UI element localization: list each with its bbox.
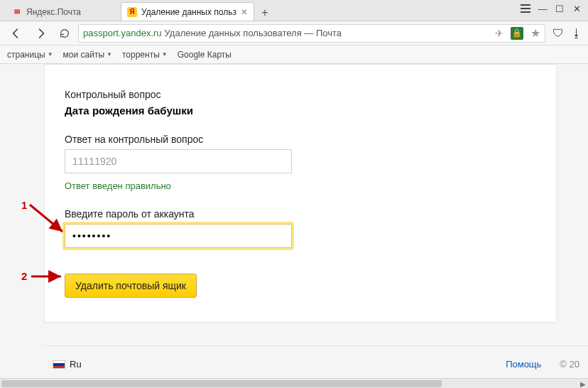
scroll-right-icon[interactable]: ▶ bbox=[578, 379, 588, 388]
minimize-button[interactable]: — bbox=[535, 1, 550, 16]
arrow-left-icon bbox=[10, 27, 23, 40]
annotation-number: 2 bbox=[21, 270, 27, 282]
bookmark-mysites[interactable]: мои сайты▼ bbox=[63, 50, 112, 60]
security-answer-input[interactable] bbox=[65, 149, 292, 173]
answer-correct-message: Ответ введен правильно bbox=[65, 180, 536, 191]
yandex-icon: Я bbox=[127, 7, 137, 17]
password-field-label: Введите пароль от аккаунта bbox=[65, 208, 536, 220]
help-link[interactable]: Помощь bbox=[506, 359, 541, 370]
download-icon[interactable]: ⭳ bbox=[571, 27, 582, 40]
send-icon[interactable]: ✈ bbox=[495, 28, 503, 39]
browser-tabstrip: ✉ Яндекс.Почта Я Удаление данных польз ✕… bbox=[0, 0, 588, 21]
chevron-down-icon: ▼ bbox=[48, 51, 53, 58]
browser-tab-2[interactable]: Я Удаление данных польз ✕ bbox=[121, 2, 254, 21]
back-button[interactable] bbox=[6, 24, 27, 43]
horizontal-scrollbar[interactable]: ▶ bbox=[0, 378, 588, 388]
window-controls: — ☐ ✕ bbox=[518, 1, 584, 16]
copyright-text: © 20 bbox=[560, 359, 579, 370]
browser-tab-1[interactable]: ✉ Яндекс.Почта bbox=[6, 2, 119, 21]
envelope-icon: ✉ bbox=[12, 7, 22, 17]
reload-icon bbox=[59, 28, 70, 39]
url-host: passport.yandex.ru bbox=[83, 28, 162, 38]
new-tab-button[interactable]: + bbox=[256, 5, 274, 21]
language-label[interactable]: Ru bbox=[70, 359, 82, 370]
security-question-heading: Контрольный вопрос bbox=[65, 89, 536, 100]
browser-toolbar: passport.yandex.ru Удаление данных польз… bbox=[0, 21, 588, 45]
close-icon[interactable]: ✕ bbox=[241, 8, 248, 16]
bookmark-star-icon[interactable]: ★ bbox=[530, 26, 540, 40]
delete-mailbox-button[interactable]: Удалить почтовый ящик bbox=[65, 274, 197, 298]
tab-label: Яндекс.Почта bbox=[26, 7, 113, 17]
bookmark-googlemaps[interactable]: Google Карты bbox=[178, 50, 232, 60]
chevron-down-icon: ▼ bbox=[107, 51, 112, 58]
url-title: Удаление данных пользователя — Почта bbox=[165, 28, 342, 38]
answer-field-label: Ответ на контрольный вопрос bbox=[65, 134, 536, 145]
shield-icon[interactable]: 🛡 bbox=[552, 27, 564, 40]
maximize-button[interactable]: ☐ bbox=[552, 1, 567, 16]
page-viewport: Контрольный вопрос Дата рождения бабушки… bbox=[0, 64, 588, 378]
security-question-text: Дата рождения бабушки bbox=[65, 104, 536, 117]
chevron-down-icon: ▼ bbox=[162, 51, 168, 58]
address-bar[interactable]: passport.yandex.ru Удаление данных польз… bbox=[78, 24, 545, 43]
close-window-button[interactable]: ✕ bbox=[570, 1, 584, 16]
scrollbar-thumb[interactable] bbox=[1, 380, 442, 387]
bookmarks-bar: страницы▼ мои сайты▼ торренты▼ Google Ка… bbox=[0, 45, 588, 64]
bookmark-pages[interactable]: страницы▼ bbox=[7, 50, 53, 60]
reload-button[interactable] bbox=[54, 24, 75, 43]
hamburger-icon bbox=[521, 4, 530, 13]
password-input[interactable] bbox=[65, 224, 292, 248]
forward-button[interactable] bbox=[30, 24, 51, 43]
delete-account-card: Контрольный вопрос Дата рождения бабушки… bbox=[44, 64, 557, 323]
tab-label: Удаление данных польз bbox=[141, 7, 236, 17]
annotation-number: 1 bbox=[21, 199, 27, 211]
flag-ru-icon bbox=[53, 360, 65, 369]
menu-button[interactable] bbox=[518, 1, 533, 16]
lock-icon[interactable]: 🔒 bbox=[511, 27, 523, 40]
bookmark-torrents[interactable]: торренты▼ bbox=[122, 50, 168, 60]
arrow-right-icon bbox=[34, 27, 47, 40]
page-footer: Ru Помощь © 20 bbox=[44, 345, 588, 378]
